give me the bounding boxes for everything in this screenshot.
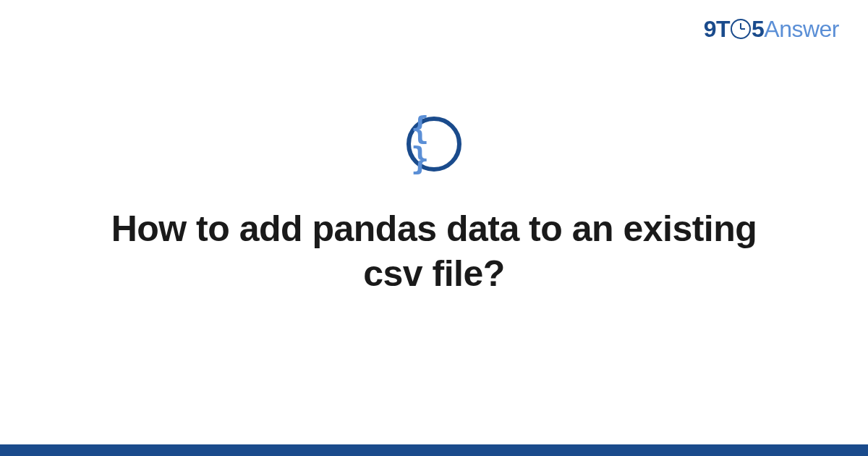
category-icon-circle: { } xyxy=(407,117,461,172)
code-braces-icon: { } xyxy=(411,114,457,174)
main-content: { } How to add pandas data to an existin… xyxy=(0,0,868,456)
page-title: How to add pandas data to an existing cs… xyxy=(109,206,760,297)
footer-accent-bar xyxy=(0,444,868,456)
